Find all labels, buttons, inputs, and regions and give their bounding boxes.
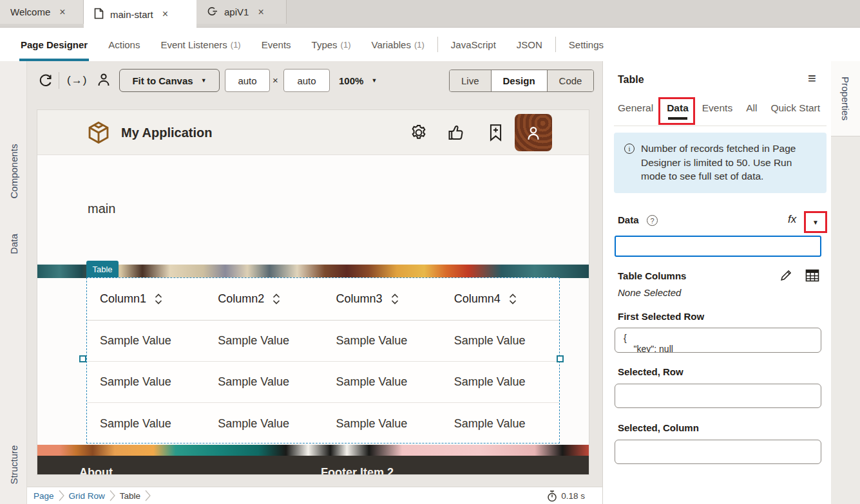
column-header[interactable]: Column4 xyxy=(441,278,559,320)
nav-events[interactable]: Events xyxy=(251,28,301,61)
rail-tab-properties[interactable]: Properties xyxy=(831,61,860,136)
tab-main-start[interactable]: main-start × xyxy=(84,0,196,28)
selected-row-input[interactable] xyxy=(615,384,821,408)
footer-item-2[interactable]: Footer Item 2 xyxy=(321,466,394,475)
app-title: My Application xyxy=(121,110,212,155)
person-icon xyxy=(524,123,543,142)
tab-general[interactable]: General xyxy=(618,97,653,120)
column-header[interactable]: Column1 xyxy=(87,278,205,320)
rail-tab-components[interactable]: Components xyxy=(8,144,19,198)
breadcrumb-table[interactable]: Table xyxy=(120,491,140,501)
properties-tabs: General Data Events All Quick Start xyxy=(618,97,820,120)
rail-tab-data[interactable]: Data xyxy=(8,234,19,254)
gear-icon[interactable] xyxy=(410,110,428,155)
zoom-dropdown[interactable]: 100% ▼ xyxy=(339,69,377,92)
sort-icon xyxy=(390,293,399,305)
close-icon[interactable]: × xyxy=(162,8,168,20)
nav-javascript[interactable]: JavaScript xyxy=(441,28,506,61)
dimension-separator: × xyxy=(272,75,278,86)
table-row[interactable]: Sample Value Sample Value Sample Value S… xyxy=(87,362,559,403)
selected-column-input[interactable] xyxy=(615,440,821,464)
rail-tab-structure[interactable]: Structure xyxy=(8,445,19,485)
page-designer-app: Welcome × main-start × apiV1 × Page Desi… xyxy=(0,0,860,504)
table-grid-icon[interactable] xyxy=(805,269,819,284)
canvas-width-input[interactable] xyxy=(225,69,270,92)
mode-code-button[interactable]: Code xyxy=(548,70,594,91)
column-header[interactable]: Column2 xyxy=(205,278,323,320)
right-rail: Properties xyxy=(831,61,860,504)
footer-item-about[interactable]: About xyxy=(79,466,113,475)
nav-json[interactable]: JSON xyxy=(506,28,553,61)
nav-page-designer[interactable]: Page Designer xyxy=(10,28,98,61)
thumbs-up-icon[interactable] xyxy=(447,110,465,155)
app-footer: About Footer Item 2 xyxy=(37,456,589,475)
breadcrumb-grid-row[interactable]: Grid Row xyxy=(69,491,105,501)
active-underline xyxy=(19,59,89,61)
app-logo-cube-icon xyxy=(86,110,111,155)
tab-quick-start[interactable]: Quick Start xyxy=(770,97,820,120)
render-timer: 0.18 s xyxy=(547,487,585,504)
page-main-label[interactable]: main xyxy=(88,201,115,216)
info-message-box: i Number of records fetched in Page Desi… xyxy=(614,133,827,193)
bookmark-add-icon[interactable] xyxy=(488,110,504,155)
help-icon[interactable]: ? xyxy=(647,215,658,226)
nav-divider xyxy=(555,37,556,52)
expression-fx-icon[interactable]: fx xyxy=(788,213,796,226)
mode-design-button[interactable]: Design xyxy=(492,70,548,91)
selected-column-label: Selected, Column xyxy=(618,422,699,433)
design-workarea: (→) Fit to Canvas ▼ × 100% ▼ Live Design… xyxy=(27,61,602,487)
canvas-height-input[interactable] xyxy=(283,69,330,92)
decorative-banner-top xyxy=(37,265,589,278)
mode-switcher: Live Design Code xyxy=(449,70,594,92)
table-columns-empty-state: None Selected xyxy=(618,287,681,298)
tab-welcome[interactable]: Welcome × xyxy=(0,0,84,24)
selected-component-badge: Table xyxy=(86,261,119,277)
nav-types[interactable]: Types(1) xyxy=(301,28,361,61)
data-input[interactable] xyxy=(615,236,821,257)
data-field-label: Data xyxy=(618,214,639,225)
navigate-action-icon[interactable]: (→) xyxy=(67,74,87,87)
editor-tabbar: Welcome × main-start × apiV1 × xyxy=(0,0,860,28)
sort-icon xyxy=(272,293,281,305)
avatar[interactable] xyxy=(515,114,552,151)
table-row[interactable]: Sample Value Sample Value Sample Value S… xyxy=(87,321,559,362)
tab-all[interactable]: All xyxy=(746,97,757,120)
close-icon[interactable]: × xyxy=(59,6,65,18)
designer-navbar: Page Designer Actions Event Listeners(1)… xyxy=(0,28,860,61)
user-preview-icon[interactable] xyxy=(95,71,112,91)
nav-variables[interactable]: Variables(1) xyxy=(361,28,434,61)
nav-divider xyxy=(437,37,438,52)
selected-row-label: Selected, Row xyxy=(618,366,683,377)
app-header[interactable]: My Application xyxy=(37,110,589,155)
column-header[interactable]: Column3 xyxy=(323,278,441,320)
selection-handle-right[interactable] xyxy=(557,355,564,362)
tab-events[interactable]: Events xyxy=(702,97,732,120)
fit-to-canvas-dropdown[interactable]: Fit to Canvas ▼ xyxy=(119,69,220,92)
sort-icon xyxy=(154,293,163,305)
table-component[interactable]: Column1 Column2 Column3 Column4 Sample V… xyxy=(86,277,560,443)
annotation-highlight-dropdown xyxy=(804,211,827,233)
selection-handle-left[interactable] xyxy=(79,355,86,362)
mode-live-button[interactable]: Live xyxy=(450,70,492,91)
design-canvas[interactable]: My Application main Table Col xyxy=(37,109,589,475)
stopwatch-icon xyxy=(547,490,557,502)
nav-settings[interactable]: Settings xyxy=(559,28,614,61)
edit-pencil-icon[interactable] xyxy=(779,268,793,285)
table-header-row: Column1 Column2 Column3 Column4 xyxy=(87,278,559,321)
tab-main-start-label: main-start xyxy=(110,9,153,20)
first-selected-row-value[interactable]: { "key": null xyxy=(615,328,821,353)
breadcrumb-page[interactable]: Page xyxy=(33,491,54,501)
toolbar-divider xyxy=(59,72,59,89)
nav-actions[interactable]: Actions xyxy=(98,28,150,61)
chevron-down-icon: ▼ xyxy=(201,77,207,84)
nav-event-listeners[interactable]: Event Listeners(1) xyxy=(150,28,251,61)
tab-welcome-label: Welcome xyxy=(10,6,50,17)
tab-apiv1[interactable]: apiV1 × xyxy=(196,0,287,24)
timer-value: 0.18 s xyxy=(561,491,585,501)
table-row[interactable]: Sample Value Sample Value Sample Value S… xyxy=(87,403,559,444)
properties-panel: Table ≡ General Data Events All Quick St… xyxy=(602,61,831,504)
close-icon[interactable]: × xyxy=(258,6,263,18)
menu-icon[interactable]: ≡ xyxy=(808,70,816,87)
first-selected-row-label: First Selected Row xyxy=(618,311,704,322)
refresh-icon[interactable] xyxy=(37,72,54,91)
